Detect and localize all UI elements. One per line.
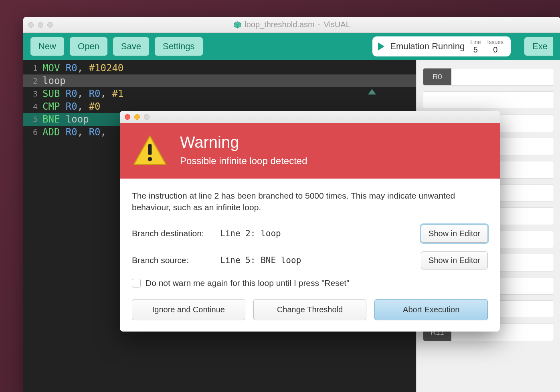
code-content: CMP R0, #0 — [42, 101, 101, 112]
close-icon[interactable] — [28, 22, 34, 28]
suppress-checkbox[interactable] — [132, 279, 141, 287]
svg-rect-3 — [148, 144, 152, 155]
zoom-icon[interactable] — [47, 22, 53, 28]
settings-button[interactable]: Settings — [155, 37, 203, 56]
line-number: 5 — [23, 115, 42, 124]
code-content: loop — [42, 75, 66, 86]
minimize-icon[interactable] — [134, 114, 140, 120]
play-icon — [378, 42, 384, 50]
code-content: MOV R0, #10240 — [42, 62, 123, 74]
dialog-subtitle: Possible infinite loop detected — [180, 155, 307, 167]
branch-dest-label: Branch destination: — [132, 229, 220, 238]
status-text: Emulation Running — [390, 41, 465, 52]
new-button[interactable]: New — [30, 37, 64, 56]
open-button[interactable]: Open — [70, 37, 107, 56]
toolbar: New Open Save Settings Emulation Running… — [23, 33, 560, 60]
register-row — [423, 91, 554, 109]
line-number: 3 — [23, 89, 42, 99]
svg-point-4 — [148, 157, 152, 161]
dialog-title: Warning — [180, 133, 307, 151]
line-number: 4 — [23, 102, 42, 111]
abort-button[interactable]: Abort Execution — [374, 299, 488, 320]
dialog-message: The instruction at line 2 has been branc… — [132, 190, 488, 213]
minimize-icon[interactable] — [38, 22, 43, 28]
dialog-body: The instruction at line 2 has been branc… — [120, 179, 500, 332]
line-number: 6 — [23, 127, 42, 137]
title-filename: loop_threshold.asm — [245, 20, 315, 29]
save-button[interactable]: Save — [113, 37, 149, 56]
title-separator: - — [318, 20, 321, 29]
code-content: BNE loop — [42, 114, 89, 125]
register-label: R0 — [423, 68, 451, 85]
execute-button[interactable]: Exe — [524, 37, 553, 56]
suppress-label: Do not warn me again for this loop until… — [146, 278, 350, 288]
change-threshold-button[interactable]: Change Threshold — [253, 299, 367, 320]
main-traffic-lights — [28, 22, 53, 28]
cube-icon — [233, 21, 241, 29]
line-number: 2 — [23, 76, 42, 86]
status-line: Line 5 — [470, 39, 481, 54]
title-appname: VisUAL — [323, 20, 350, 29]
line-number: 1 — [23, 63, 42, 73]
close-icon[interactable] — [125, 114, 130, 120]
show-src-button[interactable]: Show in Editor — [421, 251, 488, 269]
zoom-icon — [144, 114, 150, 120]
branch-src-label: Branch source: — [132, 255, 220, 265]
register-row: R0 — [423, 68, 554, 86]
warning-icon — [132, 134, 168, 166]
warning-dialog: Warning Possible infinite loop detected … — [120, 111, 500, 332]
dialog-header: Warning Possible infinite loop detected — [120, 123, 500, 179]
editor-line[interactable]: 3SUB R0, R0, #1 — [23, 87, 416, 100]
code-content: ADD R0, R0, — [42, 127, 106, 138]
dialog-titlebar — [120, 111, 500, 123]
branch-src-value: Line 5: BNE loop — [220, 255, 421, 265]
window-title: loop_threshold.asm - VisUAL — [233, 20, 350, 29]
main-titlebar: loop_threshold.asm - VisUAL — [23, 17, 560, 33]
branch-arrow-icon — [368, 89, 376, 94]
code-content: SUB R0, R0, #1 — [42, 88, 123, 99]
branch-dest-value: Line 2: loop — [220, 229, 421, 238]
editor-line[interactable]: 2loop — [23, 74, 416, 87]
ignore-button[interactable]: Ignore and Continue — [132, 299, 245, 320]
editor-line[interactable]: 1MOV R0, #10240 — [23, 62, 416, 74]
status-issues: Issues 0 — [487, 39, 503, 54]
status-pill: Emulation Running Line 5 Issues 0 — [372, 36, 511, 56]
show-dest-button[interactable]: Show in Editor — [421, 225, 488, 243]
